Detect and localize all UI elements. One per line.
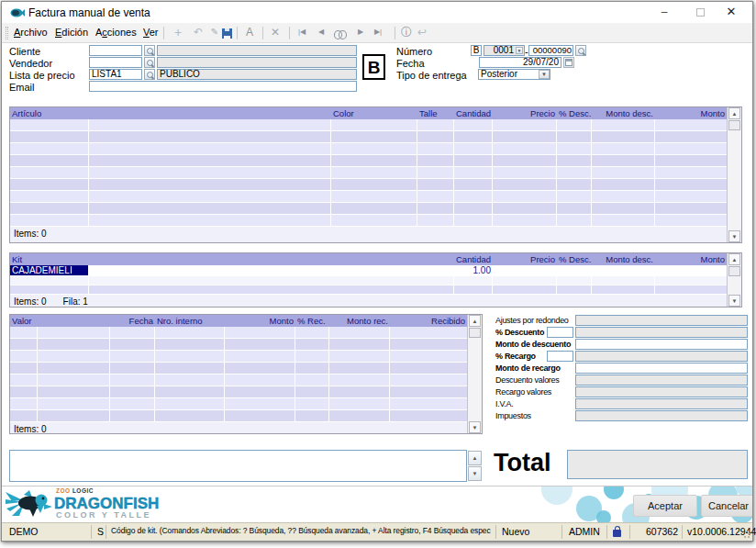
column-header[interactable]: Precio: [493, 253, 557, 265]
valores-table[interactable]: ValorFechaNro. internoMonto% Rec.Monto r…: [9, 314, 483, 434]
column-header[interactable]: Nro. interno: [155, 315, 225, 327]
numero-input[interactable]: 00000090: [528, 45, 573, 56]
table-row[interactable]: [10, 131, 727, 143]
scroll-thumb[interactable]: [469, 328, 481, 338]
table-row[interactable]: [10, 386, 467, 398]
descuento-input[interactable]: [547, 327, 573, 338]
kit-cantidad-cell[interactable]: 1.00: [454, 265, 491, 275]
column-header[interactable]: Talle: [417, 107, 454, 119]
column-header[interactable]: Monto: [225, 315, 295, 327]
info-icon[interactable]: ⓘ: [399, 25, 414, 40]
minimize-button[interactable]: –: [650, 2, 678, 22]
monto-de-recargo-field[interactable]: [575, 363, 748, 374]
table-row[interactable]: [10, 155, 727, 167]
scroll-thumb[interactable]: [728, 120, 740, 130]
font-icon[interactable]: A: [242, 25, 257, 40]
fecha-input[interactable]: 29/07/20: [479, 57, 561, 68]
column-header[interactable]: Monto desc.: [592, 253, 655, 265]
scroll-up-button[interactable]: ▲: [469, 315, 481, 327]
delete-icon[interactable]: ✕: [268, 25, 283, 40]
scroll-up-button[interactable]: ▲: [728, 253, 740, 265]
table-row[interactable]: [10, 203, 727, 215]
close-button[interactable]: ✕: [717, 2, 745, 22]
column-header[interactable]: % Desc.: [557, 253, 592, 265]
numero-serie-dropdown[interactable]: ▼: [516, 47, 523, 54]
add-icon[interactable]: +: [171, 25, 185, 40]
monto-de-descuento-field[interactable]: [575, 339, 748, 350]
table-row[interactable]: [10, 167, 727, 179]
column-header[interactable]: Color: [331, 107, 417, 119]
table-row[interactable]: [10, 276, 727, 285]
back-icon[interactable]: ↩: [415, 25, 429, 40]
tbl-articulos-scrollbar[interactable]: ▲▼: [727, 107, 741, 242]
tipo-entrega-dropdown[interactable]: ▼: [539, 70, 550, 79]
table-row[interactable]: CAJADEMIEL1.00: [10, 265, 727, 276]
lista-precio-input[interactable]: LISTA1: [89, 69, 142, 80]
next-record-icon[interactable]: ▶: [354, 25, 367, 40]
column-header[interactable]: Recibido: [390, 315, 467, 327]
table-row[interactable]: [10, 398, 467, 410]
cancel-button[interactable]: Cancelar: [701, 495, 752, 517]
table-row[interactable]: [10, 327, 467, 339]
scroll-thumb[interactable]: [728, 266, 740, 276]
menu-ver[interactable]: Ver: [143, 27, 159, 38]
column-header[interactable]: Kit: [10, 253, 454, 265]
table-row[interactable]: [10, 410, 467, 422]
undo-icon[interactable]: ↶: [191, 25, 206, 40]
notes-scroll-up[interactable]: ▲: [468, 451, 482, 465]
fecha-calendar-button[interactable]: [563, 57, 574, 68]
column-header[interactable]: Valor: [10, 315, 110, 327]
vendedor-code-input[interactable]: [89, 57, 142, 68]
last-record-icon[interactable]: ▶|: [371, 25, 385, 40]
prev-record-icon[interactable]: ◀: [315, 25, 328, 40]
menu-archivo[interactable]: Archivo: [14, 27, 48, 38]
column-header[interactable]: % Rec.: [295, 315, 329, 327]
recargo-input[interactable]: [547, 351, 573, 362]
maximize-button[interactable]: [686, 2, 714, 22]
vendedor-lookup-button[interactable]: [144, 57, 155, 68]
kit-selected-cell[interactable]: CAJADEMIEL: [10, 265, 89, 275]
save-icon[interactable]: [220, 25, 233, 40]
column-header[interactable]: Monto rec.: [329, 315, 390, 327]
first-record-icon[interactable]: |◀: [295, 25, 309, 40]
articulos-table[interactable]: ArtículoColorTalleCantidadPrecio% Desc.M…: [9, 106, 742, 243]
scroll-up-button[interactable]: ▲: [728, 107, 740, 119]
lista-precio-lookup-button[interactable]: [144, 69, 155, 80]
table-row[interactable]: [10, 143, 727, 155]
kit-table[interactable]: KitCantidadPrecio% Desc.Monto desc.Monto…: [9, 252, 742, 308]
scroll-down-button[interactable]: ▼: [728, 295, 740, 307]
email-input[interactable]: [89, 81, 357, 92]
column-header[interactable]: Monto desc.: [592, 107, 655, 119]
tbl-valores-scrollbar[interactable]: ▲▼: [467, 315, 482, 433]
table-row[interactable]: [10, 339, 467, 351]
table-row[interactable]: [10, 215, 727, 227]
search-icon[interactable]: [332, 25, 349, 40]
column-header[interactable]: Monto: [655, 253, 727, 265]
table-row[interactable]: [10, 375, 467, 386]
column-header[interactable]: % Desc.: [557, 107, 592, 119]
notes-scroll-down[interactable]: ▼: [468, 466, 482, 481]
cliente-lookup-button[interactable]: [144, 45, 155, 56]
scroll-down-button[interactable]: ▼: [728, 230, 740, 242]
menu-edición[interactable]: Edición: [55, 27, 88, 38]
table-row[interactable]: [10, 285, 727, 295]
column-header[interactable]: Artículo: [10, 107, 331, 119]
menu-acciones[interactable]: Acciones: [95, 27, 137, 38]
numero-lookup-button[interactable]: [575, 45, 586, 56]
column-header[interactable]: Monto: [655, 107, 727, 119]
cliente-code-input[interactable]: [89, 45, 142, 56]
notes-textarea[interactable]: [9, 450, 467, 482]
tbl-kit-scrollbar[interactable]: ▲▼: [727, 253, 741, 307]
column-header[interactable]: Fecha: [110, 315, 155, 327]
table-row[interactable]: [10, 351, 467, 363]
table-row[interactable]: [10, 119, 727, 131]
scroll-down-button[interactable]: ▼: [469, 421, 481, 433]
column-header[interactable]: Cantidad: [454, 253, 493, 265]
accept-button[interactable]: Aceptar: [633, 495, 697, 517]
table-row[interactable]: [10, 191, 727, 203]
table-row[interactable]: [10, 179, 727, 191]
edit-icon[interactable]: ✎: [209, 25, 220, 40]
column-header[interactable]: Precio: [493, 107, 557, 119]
table-row[interactable]: [10, 363, 467, 375]
column-header[interactable]: Cantidad: [454, 107, 493, 119]
